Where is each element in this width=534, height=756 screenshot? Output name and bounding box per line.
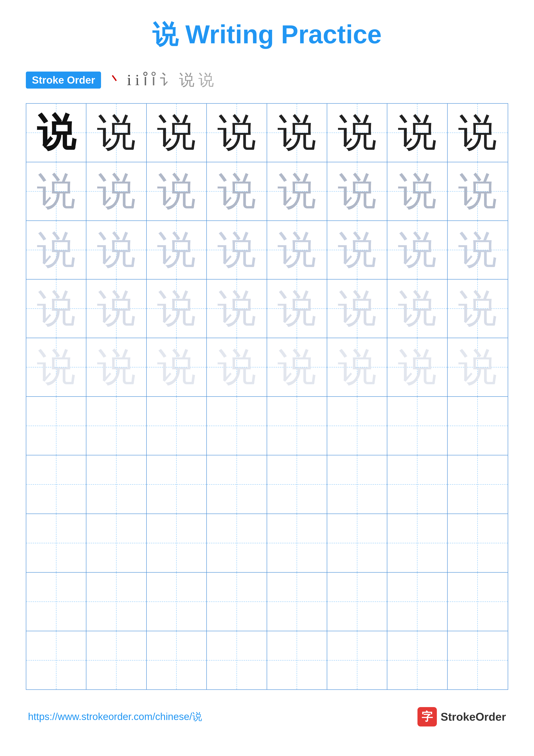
grid-cell[interactable]: 说: [267, 280, 327, 338]
grid-cell[interactable]: 说: [327, 162, 387, 221]
grid-cell[interactable]: 说: [87, 104, 146, 162]
grid-cell[interactable]: [26, 514, 87, 572]
grid-cell[interactable]: 说: [327, 338, 387, 396]
grid-cell[interactable]: [87, 514, 146, 572]
grid-cell[interactable]: [387, 455, 447, 514]
grid-cell[interactable]: [26, 631, 87, 689]
brand-name: StrokeOrder: [441, 710, 506, 723]
grid-cell[interactable]: 说: [26, 280, 87, 338]
grid-cell[interactable]: [207, 631, 267, 689]
grid-cell[interactable]: [447, 514, 508, 572]
grid-cell[interactable]: 说: [207, 104, 267, 162]
grid-cell[interactable]: 说: [87, 338, 146, 396]
grid-cell[interactable]: 说: [387, 338, 447, 396]
grid-cell[interactable]: 说: [207, 280, 267, 338]
grid-cell[interactable]: [447, 631, 508, 689]
grid-cell[interactable]: 说: [207, 221, 267, 279]
grid-cell[interactable]: 说: [26, 221, 87, 279]
grid-cell[interactable]: 说: [387, 162, 447, 221]
grid-row-5: 说 说 说 说 说 说 说 说: [26, 338, 508, 397]
grid-cell[interactable]: 说: [267, 104, 327, 162]
grid-cell[interactable]: [327, 397, 387, 455]
grid-cell[interactable]: [387, 631, 447, 689]
grid-cell[interactable]: 说: [207, 162, 267, 221]
grid-cell[interactable]: 说: [387, 280, 447, 338]
grid-cell[interactable]: [207, 514, 267, 572]
grid-cell[interactable]: [147, 573, 207, 631]
grid-cell[interactable]: 说: [447, 338, 508, 396]
page-title: 说 Writing Practice: [26, 17, 508, 52]
grid-cell[interactable]: 说: [147, 338, 207, 396]
grid-cell[interactable]: 说: [447, 280, 508, 338]
grid-cell[interactable]: [327, 631, 387, 689]
grid-cell[interactable]: 说: [26, 162, 87, 221]
grid-cell[interactable]: 说: [147, 221, 207, 279]
grid-cell[interactable]: 说: [87, 221, 146, 279]
grid-cell[interactable]: 说: [207, 338, 267, 396]
grid-cell[interactable]: 说: [327, 221, 387, 279]
grid-cell[interactable]: [87, 397, 146, 455]
grid-cell[interactable]: [447, 397, 508, 455]
grid-cell[interactable]: [207, 573, 267, 631]
grid-cell[interactable]: [207, 455, 267, 514]
grid-cell[interactable]: [447, 573, 508, 631]
grid-cell[interactable]: 说: [26, 338, 87, 396]
grid-cell[interactable]: [87, 631, 146, 689]
grid-row-3: 说 说 说 说 说 说 说 说: [26, 221, 508, 280]
grid-cell[interactable]: [267, 573, 327, 631]
grid-cell[interactable]: [147, 397, 207, 455]
grid-cell[interactable]: 说: [447, 104, 508, 162]
grid-cell[interactable]: [387, 514, 447, 572]
grid-cell[interactable]: 说: [26, 104, 87, 162]
grid-cell[interactable]: [147, 631, 207, 689]
grid-cell[interactable]: 说: [327, 280, 387, 338]
grid-cell[interactable]: [147, 514, 207, 572]
stroke-3: i: [135, 71, 140, 89]
grid-cell[interactable]: [387, 573, 447, 631]
footer: https://www.strokeorder.com/chinese/说 字 …: [26, 707, 508, 726]
grid-cell[interactable]: [387, 397, 447, 455]
grid-cell[interactable]: [207, 397, 267, 455]
grid-cell[interactable]: 说: [147, 280, 207, 338]
grid-cell[interactable]: [267, 455, 327, 514]
grid-cell[interactable]: 说: [327, 104, 387, 162]
grid-cell[interactable]: [26, 455, 87, 514]
stroke-6: 讠: [160, 69, 175, 90]
grid-cell[interactable]: [267, 631, 327, 689]
grid-cell[interactable]: 说: [147, 104, 207, 162]
grid-cell[interactable]: [87, 455, 146, 514]
grid-cell[interactable]: [327, 573, 387, 631]
grid-cell[interactable]: [267, 397, 327, 455]
grid-row-6: [26, 397, 508, 455]
stroke-2: i: [127, 71, 131, 89]
stroke-4: i̊: [143, 71, 147, 89]
writing-grid: 说 说 说 说 说 说 说 说 说 说 说 说 说 说 说 说 说 说 说 说 …: [26, 103, 508, 690]
grid-cell[interactable]: [147, 455, 207, 514]
grid-cell[interactable]: [327, 514, 387, 572]
grid-cell[interactable]: 说: [87, 162, 146, 221]
stroke-order-row: Stroke Order 丶 i i i̊ i̊ 讠 说 说: [26, 69, 508, 90]
grid-cell[interactable]: [26, 397, 87, 455]
grid-cell[interactable]: 说: [267, 221, 327, 279]
title-char: 说: [152, 20, 178, 49]
grid-cell[interactable]: 说: [447, 221, 508, 279]
grid-cell[interactable]: 说: [147, 162, 207, 221]
title-text: Writing Practice: [178, 20, 382, 49]
grid-cell[interactable]: [327, 455, 387, 514]
grid-cell[interactable]: [26, 573, 87, 631]
grid-cell[interactable]: 说: [267, 162, 327, 221]
grid-cell[interactable]: 说: [87, 280, 146, 338]
grid-cell[interactable]: [267, 514, 327, 572]
grid-cell[interactable]: 说: [447, 162, 508, 221]
stroke-8: 说: [198, 69, 214, 90]
footer-url[interactable]: https://www.strokeorder.com/chinese/说: [28, 710, 202, 723]
grid-cell[interactable]: 说: [387, 104, 447, 162]
brand-icon: 字: [418, 707, 437, 726]
grid-cell[interactable]: [87, 573, 146, 631]
grid-cell[interactable]: [447, 455, 508, 514]
grid-cell[interactable]: 说: [267, 338, 327, 396]
grid-row-9: [26, 573, 508, 631]
grid-row-4: 说 说 说 说 说 说 说 说: [26, 280, 508, 338]
stroke-5: i̊: [151, 71, 156, 89]
grid-cell[interactable]: 说: [387, 221, 447, 279]
